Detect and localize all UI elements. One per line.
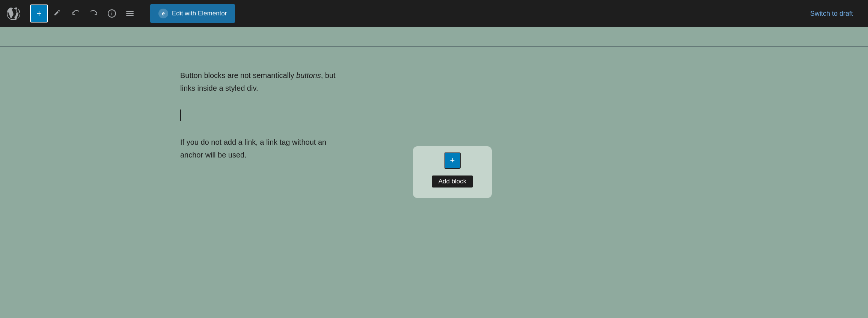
paragraph-2: If you do not add a link, a link tag wit…: [180, 136, 338, 161]
redo-button[interactable]: [86, 5, 102, 22]
edit-with-elementor-button[interactable]: e Edit with Elementor: [150, 4, 235, 23]
list-view-button[interactable]: [122, 5, 138, 22]
toolbar-actions: +: [27, 4, 138, 22]
elementor-icon: e: [158, 9, 168, 18]
paragraph-1: Button blocks are not semantically butto…: [180, 69, 338, 94]
add-block-popup-button[interactable]: +: [444, 152, 461, 169]
toolbar-right: Switch to draft: [810, 10, 868, 18]
undo-icon: [71, 9, 80, 18]
list-icon: [125, 9, 134, 18]
wp-logo: [0, 0, 27, 27]
info-icon: [107, 9, 116, 18]
editor-content: Button blocks are not semantically butto…: [0, 46, 338, 161]
content-area: Button blocks are not semantically butto…: [0, 0, 868, 318]
add-block-popup: + Add block: [413, 146, 492, 198]
redo-icon: [89, 9, 98, 18]
add-block-tooltip: Add block: [432, 176, 473, 188]
pencil-icon: [53, 9, 62, 18]
wordpress-icon: [7, 7, 20, 20]
undo-button[interactable]: [68, 5, 84, 22]
edit-icon-button[interactable]: [50, 5, 66, 22]
cursor-line: [180, 110, 338, 121]
add-block-button[interactable]: +: [30, 4, 48, 22]
toolbar: +: [0, 0, 868, 27]
info-button[interactable]: [104, 5, 120, 22]
text-cursor: [180, 110, 181, 121]
switch-to-draft-button[interactable]: Switch to draft: [810, 10, 853, 18]
